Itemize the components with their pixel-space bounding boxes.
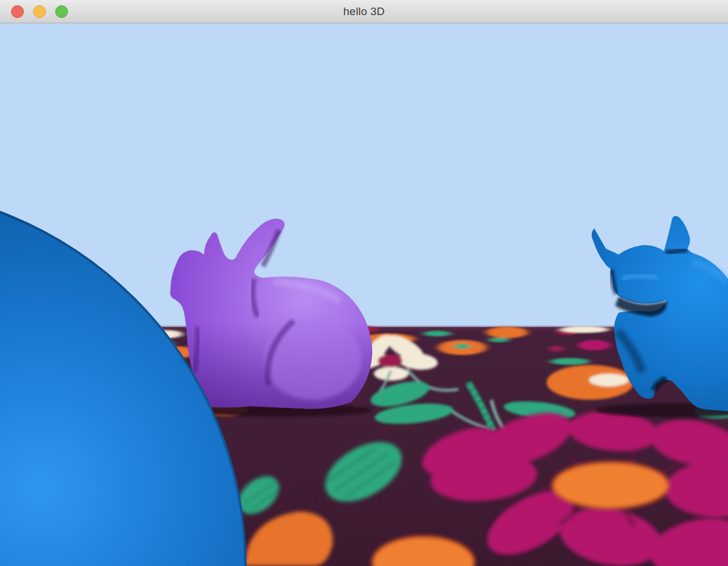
white-flower-center: [378, 354, 402, 367]
zoom-button[interactable]: [55, 5, 68, 18]
close-button[interactable]: [11, 5, 24, 18]
window-title: hello 3D: [0, 5, 728, 18]
gl-viewport[interactable]: [0, 23, 728, 566]
minimize-button[interactable]: [33, 5, 46, 18]
purple-bunny-haunch: [264, 318, 362, 400]
traffic-lights: [11, 0, 68, 23]
app-window: hello 3D: [0, 0, 728, 566]
window-titlebar[interactable]: hello 3D: [0, 0, 728, 23]
